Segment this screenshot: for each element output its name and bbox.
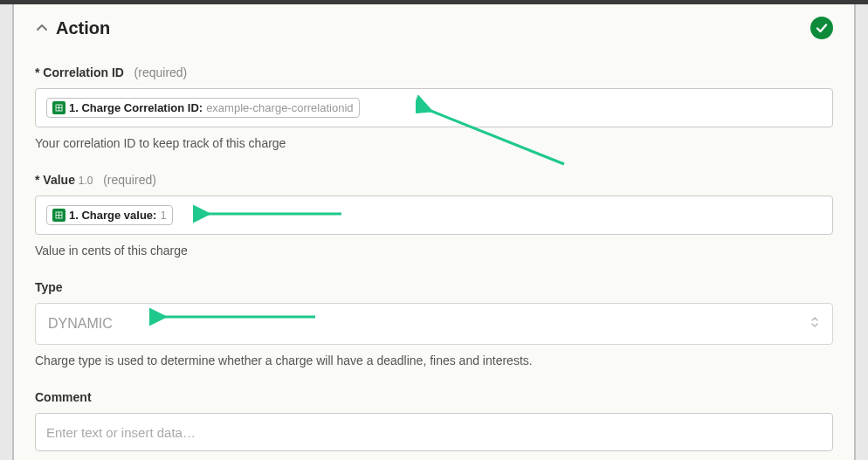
pill-value: example-charge-correlationid [206, 101, 353, 114]
required-star: * [35, 173, 39, 187]
help-text: Charge type is used to determine whether… [35, 354, 833, 367]
pill-value: 1 [160, 209, 166, 222]
required-star: * [35, 65, 39, 79]
required-hint: (required) [103, 173, 156, 187]
placeholder-text: Enter text or insert data… [46, 425, 196, 440]
action-panel: Action * Correlation ID (required) 1. Ch… [14, 4, 854, 460]
field-correlation-id: * Correlation ID (required) 1. Charge Co… [35, 65, 833, 150]
pill-label: 1. Charge value: [69, 209, 156, 222]
data-pill-correlation[interactable]: 1. Charge Correlation ID: example-charge… [46, 98, 360, 118]
section-header[interactable]: Action [35, 17, 833, 39]
field-label: Correlation ID [43, 65, 124, 79]
chevron-up-icon [35, 21, 49, 35]
field-label: Comment [35, 390, 92, 404]
help-text: Your correlation ID to keep track of thi… [35, 136, 833, 150]
field-version: 1.0 [79, 175, 93, 187]
field-comment: Comment Enter text or insert data… Comme… [35, 390, 833, 460]
select-caret-icon [809, 314, 820, 333]
required-hint: (required) [134, 65, 188, 79]
status-complete-icon [810, 17, 833, 39]
sheet-icon [52, 209, 65, 222]
correlation-id-input[interactable]: 1. Charge Correlation ID: example-charge… [35, 88, 833, 127]
field-label: Type [35, 280, 63, 294]
field-value: * Value 1.0 (required) 1. Charge value: … [35, 173, 833, 257]
sheet-icon [52, 101, 65, 114]
data-pill-value[interactable]: 1. Charge value: 1 [46, 205, 173, 225]
field-type: Type DYNAMIC Charge type is used to dete… [35, 280, 833, 367]
value-input[interactable]: 1. Charge value: 1 [35, 196, 833, 235]
type-select[interactable]: DYNAMIC [35, 303, 833, 345]
field-label: Value [43, 173, 75, 187]
section-title: Action [56, 18, 110, 38]
pill-label: 1. Charge Correlation ID: [69, 101, 203, 114]
select-value: DYNAMIC [48, 316, 113, 332]
comment-input[interactable]: Enter text or insert data… [35, 413, 833, 451]
help-text: Value in cents of this charge [35, 244, 833, 257]
